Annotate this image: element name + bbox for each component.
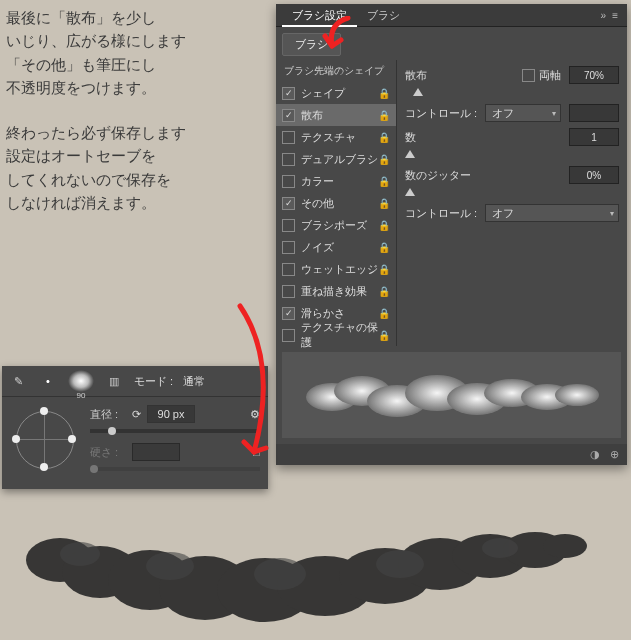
lock-icon[interactable]: 🔒 [378, 154, 390, 165]
brush-options-list: ブラシ先端のシェイプ ✓シェイプ🔒 ✓散布🔒 テクスチャ🔒 デュアルブラシ🔒 カ… [276, 60, 397, 346]
checkbox-off-icon[interactable] [282, 153, 295, 166]
lock-icon[interactable]: 🔒 [378, 264, 390, 275]
svg-point-18 [543, 534, 587, 558]
brush-tip-shape-header[interactable]: ブラシ先端のシェイプ [276, 60, 396, 82]
collapse-icon[interactable]: » [598, 10, 610, 21]
checkbox-on-icon[interactable]: ✓ [282, 87, 295, 100]
diameter-slider[interactable] [90, 429, 260, 433]
checkbox-off-icon[interactable] [282, 329, 295, 342]
preview-stroke-icon [302, 367, 602, 423]
instr-line: しなければ消えます。 [6, 194, 156, 211]
mode-label: モード : [134, 374, 173, 389]
mode-value[interactable]: 通常 [183, 374, 205, 389]
angle-picker[interactable] [10, 405, 80, 475]
hardness-slider [90, 467, 260, 471]
option-buildup[interactable]: 重ね描き効果🔒 [276, 280, 396, 302]
option-protect-texture[interactable]: テクスチャの保護🔒 [276, 324, 396, 346]
count-jitter-label: 数のジッター [405, 168, 561, 183]
option-brush-pose[interactable]: ブラシポーズ🔒 [276, 214, 396, 236]
checkbox-off-icon[interactable] [282, 131, 295, 144]
option-shape[interactable]: ✓シェイプ🔒 [276, 82, 396, 104]
lock-icon[interactable]: 🔒 [378, 308, 390, 319]
count-label: 数 [405, 130, 561, 145]
canvas-stroke-sample [20, 520, 590, 630]
new-preset-icon[interactable]: ⊕ [610, 448, 619, 461]
option-other[interactable]: ✓その他🔒 [276, 192, 396, 214]
instruction-text: 最後に「散布」を少し いじり、広がる様にします 「その他」も筆圧にし 不透明度を… [6, 6, 186, 236]
control-dropdown-2[interactable]: オフ▾ [485, 204, 619, 222]
checkbox-on-icon[interactable]: ✓ [282, 307, 295, 320]
chevron-down-icon: ▾ [552, 109, 556, 118]
checkbox-off-icon[interactable] [282, 285, 295, 298]
save-preset-icon[interactable]: ⏍ [253, 446, 260, 458]
diameter-value[interactable]: 90 px [147, 405, 195, 423]
svg-point-19 [60, 542, 100, 566]
menu-icon[interactable]: ≡ [609, 10, 621, 21]
control-extra [569, 104, 619, 122]
panel-toggle-icon[interactable]: ▥ [104, 371, 124, 391]
instr-line: 「その他」も筆圧にし [6, 56, 156, 73]
scatter-label: 散布 [405, 68, 514, 83]
option-color[interactable]: カラー🔒 [276, 170, 396, 192]
checkbox-off-icon[interactable] [282, 219, 295, 232]
count-value[interactable]: 1 [569, 128, 619, 146]
lock-icon[interactable]: 🔒 [378, 286, 390, 297]
brush-thumbnail[interactable]: 90 [68, 370, 94, 392]
checkbox-off-icon[interactable] [282, 241, 295, 254]
option-noise[interactable]: ノイズ🔒 [276, 236, 396, 258]
lock-icon[interactable]: 🔒 [378, 220, 390, 231]
option-dual-brush[interactable]: デュアルブラシ🔒 [276, 148, 396, 170]
panel-tabs: ブラシ設定 ブラシ » ≡ [276, 4, 627, 27]
lock-icon[interactable]: 🔒 [378, 110, 390, 121]
scatter-slider[interactable] [405, 90, 619, 96]
hardness-label: 硬さ : [90, 445, 126, 460]
option-texture[interactable]: テクスチャ🔒 [276, 126, 396, 148]
svg-point-23 [482, 538, 518, 558]
tab-brush-settings[interactable]: ブラシ設定 [282, 5, 357, 26]
toggle-preview-icon[interactable]: ◑ [590, 448, 600, 461]
lock-icon[interactable]: 🔒 [378, 242, 390, 253]
option-wet-edge[interactable]: ウェットエッジ🔒 [276, 258, 396, 280]
brush-settings-panel: ブラシ設定 ブラシ » ≡ ブラシ ブラシ先端のシェイプ ✓シェイプ🔒 ✓散布🔒… [276, 4, 627, 465]
lock-icon[interactable]: 🔒 [378, 198, 390, 209]
svg-point-22 [376, 550, 424, 578]
diameter-label: 直径 : [90, 407, 126, 422]
gear-icon[interactable]: ⚙ [250, 408, 260, 421]
checkbox-on-icon[interactable]: ✓ [282, 197, 295, 210]
checkbox-on-icon[interactable]: ✓ [282, 109, 295, 122]
instr-line: してくれないので保存を [6, 171, 171, 188]
scatter-settings: 散布 両軸 70% コントロール : オフ▾ 数 1 数のジッター 0% コント… [397, 60, 627, 346]
count-jitter-slider[interactable] [405, 190, 619, 196]
lock-icon[interactable]: 🔒 [378, 88, 390, 99]
checkbox-off-icon[interactable] [282, 175, 295, 188]
brush-preview [282, 352, 621, 438]
both-axes-checkbox[interactable]: 両軸 [522, 68, 561, 83]
instr-line: 不透明度をつけます。 [6, 79, 156, 96]
reset-icon[interactable]: ⟳ [132, 408, 141, 421]
subtab-brushes[interactable]: ブラシ [282, 33, 341, 56]
instr-line: 終わったら必ず保存します [6, 124, 186, 141]
instr-line: 最後に「散布」を少し [6, 9, 156, 26]
svg-point-21 [254, 558, 306, 590]
control-label: コントロール : [405, 106, 477, 121]
brush-toolbar: ✎ • 90 ▥ モード : 通常 直径 : ⟳ 90 px ⚙ 硬さ : [2, 366, 268, 489]
brush-tool-icon[interactable]: ✎ [8, 371, 28, 391]
lock-icon[interactable]: 🔒 [378, 330, 390, 341]
lock-icon[interactable]: 🔒 [378, 176, 390, 187]
svg-point-20 [146, 552, 194, 580]
count-jitter-value[interactable]: 0% [569, 166, 619, 184]
instr-line: いじり、広がる様にします [6, 32, 186, 49]
option-scatter[interactable]: ✓散布🔒 [276, 104, 396, 126]
instr-line: 設定はオートセーブを [6, 147, 156, 164]
panel-footer: ◑ ⊕ [276, 444, 627, 465]
lock-icon[interactable]: 🔒 [378, 132, 390, 143]
checkbox-off-icon[interactable] [282, 263, 295, 276]
hardness-value [132, 443, 180, 461]
svg-point-7 [555, 384, 599, 406]
chevron-down-icon: ▾ [610, 209, 614, 218]
count-slider[interactable] [405, 152, 619, 158]
tab-brushes[interactable]: ブラシ [357, 5, 410, 26]
scatter-value[interactable]: 70% [569, 66, 619, 84]
control-label2: コントロール : [405, 206, 477, 221]
control-dropdown[interactable]: オフ▾ [485, 104, 561, 122]
